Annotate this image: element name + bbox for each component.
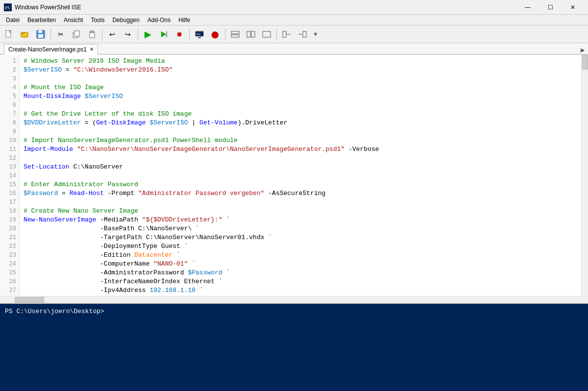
code-line-23: -Edition Datacenter ` <box>24 251 581 260</box>
svg-rect-19 <box>247 31 250 37</box>
split-horiz-button[interactable] <box>228 27 243 42</box>
code-line-14 <box>24 171 581 180</box>
line-num-23: 23 <box>0 251 19 260</box>
code-line-20: -BasePath C:\NanoServer\ ` <box>24 224 581 233</box>
code-editor[interactable]: # Windows Server 2016 ISO Image Media$Se… <box>20 55 581 296</box>
tab-label: Create-NanoServerImage.ps1 <box>8 46 87 53</box>
svg-text:PS: PS <box>196 32 200 36</box>
code-line-9 <box>24 127 581 136</box>
toolbar-extra: ▼ <box>313 31 318 38</box>
menu-item-ansicht[interactable]: Ansicht <box>60 15 87 25</box>
window-controls: — ☐ ✕ <box>516 0 584 15</box>
code-line-1: # Windows Server 2016 ISO Image Media <box>24 57 581 66</box>
line-num-22: 22 <box>0 242 19 251</box>
new-button[interactable] <box>2 27 17 42</box>
code-line-4: # Mount the ISO Image <box>24 83 581 92</box>
menu-bar: DateiBearbeitenAnsichtToolsDebuggenAdd-O… <box>0 15 588 25</box>
editor-scrollbar[interactable] <box>581 55 588 296</box>
svg-text:PS: PS <box>5 5 10 10</box>
code-line-10: # Import NanoServerImageGenerator.psd1 P… <box>24 136 581 145</box>
line-num-10: 10 <box>0 136 19 145</box>
svg-rect-21 <box>263 31 270 37</box>
menu-item-tools[interactable]: Tools <box>87 15 108 25</box>
line-num-20: 20 <box>0 224 19 233</box>
line-num-27: 27 <box>0 286 19 295</box>
line-num-11: 11 <box>0 145 19 154</box>
code-line-12 <box>24 154 581 163</box>
code-line-27: -Ipv4Address 192.168.1.10 ` <box>24 286 581 295</box>
svg-rect-11 <box>91 31 94 33</box>
svg-marker-12 <box>161 31 166 37</box>
terminal-prompt: PS C:\Users\joern\Desktop> <box>5 308 104 315</box>
minimize-button[interactable]: — <box>516 0 539 15</box>
editor-container[interactable]: 1234567891011121314151617181920212223242… <box>0 55 581 296</box>
line-num-12: 12 <box>0 154 19 163</box>
line-num-13: 13 <box>0 163 19 171</box>
code-line-22: -DeploymentType Guest ` <box>24 242 581 251</box>
line-num-8: 8 <box>0 119 19 127</box>
menu-item-datei[interactable]: Datei <box>2 15 24 25</box>
app-title: Windows PowerShell ISE <box>15 4 516 11</box>
terminal-area[interactable]: PS C:\Users\joern\Desktop> <box>0 303 588 391</box>
menu-item-debuggen[interactable]: Debuggen <box>108 15 143 25</box>
breakpoint-button[interactable]: ⬤ <box>208 27 222 42</box>
svg-rect-17 <box>231 31 239 34</box>
code-line-26: -InterfaceNameOrIndex Ethernet ` <box>24 277 581 286</box>
tab-scroll-button[interactable]: ► <box>579 46 586 54</box>
separator-3 <box>138 28 138 40</box>
tab-script[interactable]: Create-NanoServerImage.ps1 ✕ <box>4 44 98 55</box>
code-line-16: $Password = Read-Host -Prompt "Administr… <box>24 189 581 198</box>
stop-button[interactable]: ■ <box>172 27 187 42</box>
save-button[interactable] <box>33 27 48 42</box>
code-line-2: $ServerISO = "C:\WindowsServer2016.ISO" <box>24 66 581 74</box>
line-num-18: 18 <box>0 207 19 216</box>
line-num-2: 2 <box>0 66 19 74</box>
title-bar: PS Windows PowerShell ISE — ☐ ✕ <box>0 0 588 15</box>
separator-2 <box>102 28 102 40</box>
undo-button[interactable]: ↩ <box>105 27 120 42</box>
line-num-4: 4 <box>0 83 19 92</box>
remote-button[interactable]: PS <box>192 27 207 42</box>
code-line-17 <box>24 198 581 207</box>
line-num-19: 19 <box>0 216 19 224</box>
split-vert-button[interactable] <box>244 27 258 42</box>
code-line-24: -ComputerName "NANO-01" ` <box>24 260 581 269</box>
code-line-8: $DVDDriveLetter = (Get-DiskImage $Server… <box>24 119 581 127</box>
code-line-13: Set-Location C:\NanoServer <box>24 163 581 171</box>
run-button[interactable]: ▶ <box>141 27 155 42</box>
line-num-14: 14 <box>0 171 19 180</box>
line-num-9: 9 <box>0 127 19 136</box>
zoom-in-button[interactable] <box>279 27 294 42</box>
close-button[interactable]: ✕ <box>562 0 584 15</box>
code-line-15: # Enter Administrator Password <box>24 180 581 189</box>
line-num-5: 5 <box>0 92 19 101</box>
separator-6 <box>276 28 277 40</box>
line-num-26: 26 <box>0 277 19 286</box>
code-line-6 <box>24 101 581 110</box>
single-pane-button[interactable] <box>259 27 274 42</box>
run-selection-button[interactable] <box>156 27 171 42</box>
copy-button[interactable] <box>69 27 84 42</box>
horizontal-scrollbar[interactable] <box>0 296 588 303</box>
menu-item-hilfe[interactable]: Hilfe <box>174 15 194 25</box>
paste-button[interactable] <box>85 27 99 42</box>
menu-item-bearbeiten[interactable]: Bearbeiten <box>24 15 60 25</box>
open-button[interactable] <box>18 27 32 42</box>
menu-item-add-ons[interactable]: Add-Ons <box>144 15 174 25</box>
maximize-button[interactable]: ☐ <box>539 0 562 15</box>
line-num-6: 6 <box>0 101 19 110</box>
svg-rect-6 <box>38 30 42 33</box>
svg-rect-22 <box>283 31 286 37</box>
tab-close-button[interactable]: ✕ <box>90 47 94 52</box>
cut-button[interactable]: ✂ <box>53 27 68 42</box>
zoom-out-button[interactable] <box>295 27 310 42</box>
main-area: Create-NanoServerImage.ps1 ✕ ► 123456789… <box>0 43 588 391</box>
line-num-21: 21 <box>0 233 19 242</box>
line-num-25: 25 <box>0 269 19 277</box>
redo-button[interactable]: ↪ <box>121 27 135 42</box>
svg-rect-18 <box>231 35 239 37</box>
code-line-7: # Get the Drive Letter of the disk ISO i… <box>24 110 581 119</box>
code-line-11: Import-Module "C:\NanoServer\NanoServerI… <box>24 145 581 154</box>
code-line-25: -AdministratorPassword $Password ` <box>24 269 581 277</box>
svg-rect-7 <box>38 34 43 38</box>
